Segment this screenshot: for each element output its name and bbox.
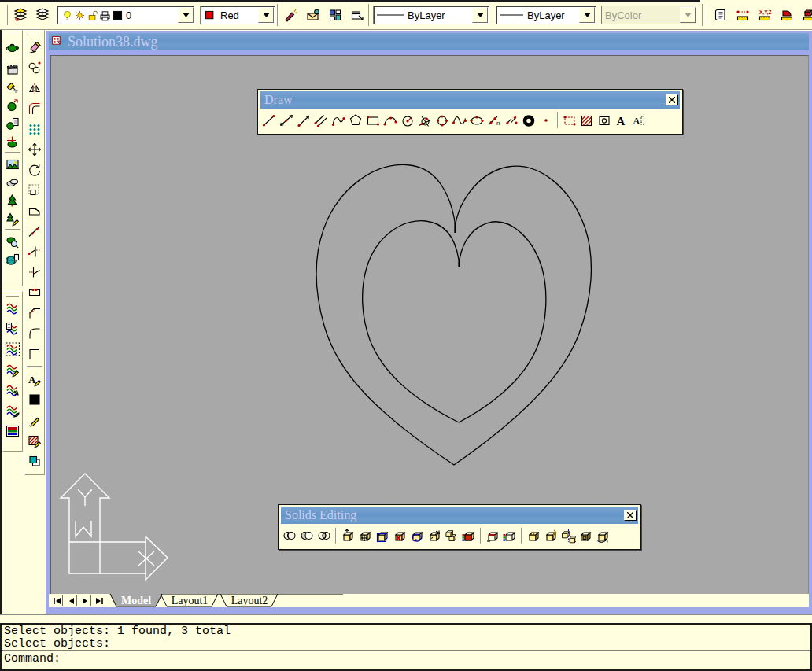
modify-corner-button[interactable] — [25, 344, 44, 364]
draw-ellipse-button[interactable] — [468, 111, 485, 130]
draw-toolbar-titlebar[interactable]: Draw — [260, 91, 680, 109]
draw-toolbar-close-button[interactable] — [666, 94, 678, 105]
render-materials-library-button[interactable] — [3, 114, 22, 132]
heart-inner[interactable] — [363, 221, 546, 422]
render-landscape-new-button[interactable] — [3, 191, 22, 209]
rgb-rgb-curves-doc-button[interactable] — [3, 319, 22, 339]
solids-check-button[interactable] — [594, 526, 611, 545]
toolbar-list-button[interactable] — [710, 5, 732, 25]
draw-circle-quadrant-button[interactable] — [434, 111, 451, 130]
toolbar-grip[interactable] — [6, 5, 8, 25]
draw-divide-button[interactable]: n — [485, 111, 503, 130]
solids-toolbar-titlebar[interactable]: Solids Editing — [281, 507, 638, 524]
rgb-rgb-curves-edit-button[interactable] — [3, 359, 22, 380]
render-materials-button[interactable] — [3, 96, 22, 114]
tab-nav-last-button[interactable] — [93, 595, 105, 606]
render-landscape-edit-button[interactable] — [3, 209, 22, 227]
solids-shell-button[interactable] — [577, 526, 594, 545]
draw-line-button[interactable] — [260, 111, 278, 130]
draw-multiline-button[interactable] — [312, 111, 330, 130]
solids-rotate-faces-button[interactable] — [408, 526, 426, 545]
lineweight-combo[interactable]: ByLayer — [496, 6, 596, 24]
solids-subtract-button[interactable] — [298, 526, 316, 545]
modify-draworder-button[interactable] — [25, 451, 44, 471]
modify-rotate-button[interactable] — [25, 160, 44, 180]
solids-separate-button[interactable] — [559, 526, 577, 545]
solids-toolbar-close-button[interactable] — [624, 510, 637, 521]
toolbar-locate-point-button[interactable]: X,Y,Z — [754, 5, 776, 25]
draw-polygon-button[interactable] — [347, 111, 364, 130]
solids-clean-button[interactable] — [542, 526, 559, 545]
layer-swatch-black-button[interactable] — [111, 7, 124, 23]
tab-nav-first-button[interactable] — [50, 595, 63, 606]
draw-circle-ttr-button[interactable] — [416, 111, 434, 130]
toolbar-designcenter-button[interactable] — [324, 5, 346, 25]
rgb-rgb-curves-button[interactable] — [3, 298, 22, 319]
solids-offset-faces-button[interactable] — [374, 526, 391, 545]
rgb-rgb-curves-shade-button[interactable] — [3, 400, 22, 421]
modify-edit-text-button[interactable]: A — [25, 369, 44, 389]
solids-color-edges-button[interactable] — [501, 526, 519, 545]
solids-delete-faces-button[interactable] — [391, 526, 408, 545]
layer-combo[interactable]: 0 — [57, 6, 195, 24]
solids-taper-faces-button[interactable] — [426, 526, 443, 545]
modify-break-button[interactable] — [25, 282, 44, 303]
render-background-button[interactable] — [3, 155, 22, 173]
draw-region-button[interactable] — [596, 111, 613, 130]
modify-color-swatch-button[interactable] — [25, 389, 44, 410]
tab-nav-next-button[interactable] — [79, 595, 91, 606]
layer-lock-button[interactable] — [86, 7, 98, 23]
rgb-rgb-curves-select-button[interactable] — [3, 339, 22, 359]
layer-combo-dropdown[interactable] — [178, 7, 194, 23]
modify-array-button[interactable] — [25, 119, 44, 139]
linetype-combo-dropdown[interactable] — [472, 7, 488, 23]
solids-move-faces-button[interactable] — [356, 526, 374, 545]
draw-point-button[interactable] — [537, 111, 555, 130]
linetype-combo[interactable]: ByLayer — [373, 6, 489, 24]
draw-arc-button[interactable] — [382, 111, 399, 130]
modify-offset-button[interactable] — [25, 98, 44, 119]
layer-printer-button[interactable] — [98, 7, 111, 23]
render-fog-button[interactable] — [3, 173, 22, 191]
solids-color-faces-button[interactable] — [460, 526, 478, 545]
toolbar-grip[interactable] — [6, 33, 19, 35]
modify-erase-button[interactable] — [25, 37, 44, 57]
draw-donut-button[interactable] — [520, 111, 537, 130]
draw-construction-line-button[interactable] — [278, 111, 295, 130]
rgb-rgb-curves-image-button[interactable] — [3, 421, 22, 441]
draw-ray-button[interactable] — [295, 111, 312, 130]
command-input[interactable]: Command: — [2, 651, 810, 665]
render-hide-button[interactable] — [3, 37, 22, 55]
solids-union-button[interactable] — [281, 526, 298, 545]
solids-copy-faces-button[interactable] — [443, 526, 460, 545]
modify-move-button[interactable] — [25, 139, 44, 160]
command-history[interactable]: Select objects: 1 found, 3 total Select … — [2, 625, 810, 651]
draw-multiline-text-button[interactable]: A — [613, 111, 630, 130]
draw-measure-button[interactable] — [503, 111, 520, 130]
draw-hatch-button[interactable] — [578, 111, 596, 130]
toolbar-layers-button[interactable] — [31, 5, 54, 25]
lineweight-combo-dropdown[interactable] — [579, 7, 595, 23]
draw-polyline-button[interactable] — [330, 111, 347, 130]
render-render-button[interactable] — [3, 60, 22, 78]
modify-extend-button[interactable] — [25, 262, 44, 282]
modify-scale-button[interactable] — [25, 180, 44, 201]
toolbar-envelope-button[interactable] — [302, 5, 324, 25]
modify-edit-hatch-button[interactable] — [25, 430, 44, 451]
color-combo[interactable]: Red — [200, 6, 275, 24]
color-combo-dropdown[interactable] — [258, 7, 274, 23]
toolbar-grip[interactable] — [28, 33, 41, 35]
toolbar-mass-properties-button[interactable] — [798, 5, 812, 25]
solids-copy-edges-button[interactable] — [484, 526, 501, 545]
modify-stretch-button[interactable] — [25, 201, 44, 221]
toolbar-area-button[interactable] — [776, 5, 798, 25]
modify-lengthen-button[interactable] — [25, 221, 44, 241]
modify-sketch-button[interactable] — [25, 410, 44, 430]
solids-imprint-button[interactable] — [525, 526, 542, 545]
layer-bulb-button[interactable] — [61, 7, 73, 23]
toolbar-properties-window-button[interactable] — [346, 5, 368, 25]
modify-chamfer-button[interactable] — [25, 303, 44, 323]
toolbar-grip[interactable] — [705, 5, 707, 25]
draw-boundary-button[interactable] — [561, 111, 578, 130]
toolbar-layers-current-button[interactable] — [9, 5, 31, 25]
